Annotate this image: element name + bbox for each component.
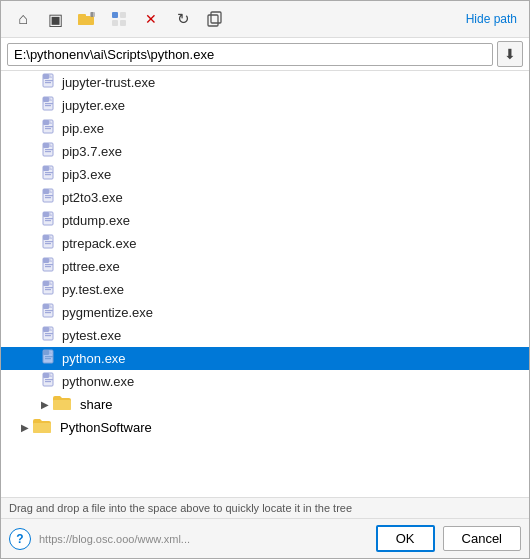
refresh-button[interactable]: ↻ [169,5,197,33]
svg-rect-48 [45,241,53,242]
path-bar: ⬇ [1,38,529,71]
close-x-button[interactable]: ✕ [137,5,165,33]
svg-rect-54 [45,266,51,267]
svg-rect-39 [45,197,51,198]
navigate-button[interactable] [105,5,133,33]
svg-rect-16 [43,97,49,102]
svg-rect-49 [45,243,51,244]
item-label: pttree.exe [62,259,120,274]
svg-rect-26 [43,143,49,148]
path-input[interactable] [7,43,493,66]
list-item[interactable]: pygmentize.exe [1,301,529,324]
list-item[interactable]: pytest.exe [1,324,529,347]
svg-rect-59 [45,289,51,290]
folder-row-pythonsoftware[interactable]: ▶ PythonSoftware [1,416,529,439]
svg-rect-79 [45,381,51,382]
list-item[interactable]: ptrepack.exe [1,232,529,255]
screen-button[interactable]: ▣ [41,5,69,33]
folder-button[interactable] [73,5,101,33]
list-item[interactable]: pttree.exe [1,255,529,278]
folder-row-share[interactable]: ▶ share [1,393,529,416]
selected-list-item[interactable]: python.exe [1,347,529,370]
home-button[interactable]: ⌂ [9,5,37,33]
svg-rect-7 [120,20,126,26]
svg-rect-78 [45,379,53,380]
list-item[interactable]: ptdump.exe [1,209,529,232]
item-label: pytest.exe [62,328,121,343]
bottom-url: https://blog.osc.ooo/www.xml... [39,533,368,545]
download-button[interactable]: ⬇ [497,41,523,67]
exe-icon [41,303,57,322]
svg-rect-1 [78,16,94,25]
exe-icon [41,165,57,184]
svg-rect-19 [45,105,51,106]
list-item[interactable]: pip3.exe [1,163,529,186]
item-label: pip3.7.exe [62,144,122,159]
svg-rect-63 [45,310,53,311]
exe-icon [41,73,57,92]
ok-button[interactable]: OK [376,525,435,552]
hide-path-button[interactable]: Hide path [462,10,521,28]
list-item[interactable]: pip3.7.exe [1,140,529,163]
folder-icon-share [53,396,71,413]
svg-rect-61 [43,304,49,309]
item-label: pygmentize.exe [62,305,153,320]
svg-rect-68 [45,333,53,334]
help-button[interactable]: ? [9,528,31,550]
item-label: python.exe [62,351,126,366]
list-item[interactable]: py.test.exe [1,278,529,301]
exe-icon [41,326,57,345]
svg-rect-34 [45,174,51,175]
svg-rect-43 [45,218,53,219]
svg-rect-11 [43,74,49,79]
copy-button[interactable] [201,5,229,33]
item-label: jupyter-trust.exe [62,75,155,90]
item-label: py.test.exe [62,282,124,297]
svg-rect-76 [43,373,49,378]
exe-icon [41,142,57,161]
file-browser-dialog: ⌂ ▣ ✕ ↻ Hide path [0,0,530,559]
folder-label-pythonsoftware: PythonSoftware [60,420,152,435]
list-item[interactable]: pythonw.exe [1,370,529,393]
list-item[interactable]: pip.exe [1,117,529,140]
exe-icon [41,257,57,276]
svg-rect-24 [45,128,51,129]
svg-rect-6 [112,20,118,26]
svg-rect-58 [45,287,53,288]
svg-rect-21 [43,120,49,125]
svg-rect-29 [45,151,51,152]
svg-rect-53 [45,264,53,265]
svg-rect-9 [211,12,221,23]
svg-rect-73 [45,356,53,357]
svg-rect-18 [45,103,53,104]
svg-rect-51 [43,258,49,263]
list-item[interactable]: jupyter-trust.exe [1,71,529,94]
exe-icon [41,119,57,138]
cancel-button[interactable]: Cancel [443,526,521,551]
svg-rect-4 [112,12,118,18]
svg-rect-38 [45,195,53,196]
list-item[interactable]: pt2to3.exe [1,186,529,209]
item-label: ptdump.exe [62,213,130,228]
svg-rect-23 [45,126,53,127]
folder-icon-pythonsoftware [33,419,51,436]
item-label: pythonw.exe [62,374,134,389]
svg-rect-44 [45,220,51,221]
svg-rect-46 [43,235,49,240]
svg-rect-69 [45,335,51,336]
exe-icon [41,349,57,368]
list-item[interactable]: jupyter.exe [1,94,529,117]
exe-icon [41,372,57,391]
svg-rect-56 [43,281,49,286]
svg-rect-81 [33,423,51,433]
svg-rect-66 [43,327,49,332]
svg-rect-28 [45,149,53,150]
svg-rect-41 [43,212,49,217]
file-tree[interactable]: jupyter-trust.exe jupyter.exe pip.exe pi… [1,71,529,498]
exe-icon [41,280,57,299]
svg-rect-8 [208,15,218,26]
toolbar: ⌂ ▣ ✕ ↻ Hide path [1,1,529,38]
exe-icon [41,188,57,207]
svg-rect-64 [45,312,51,313]
bottom-bar: ? https://blog.osc.ooo/www.xml... OK Can… [1,519,529,558]
